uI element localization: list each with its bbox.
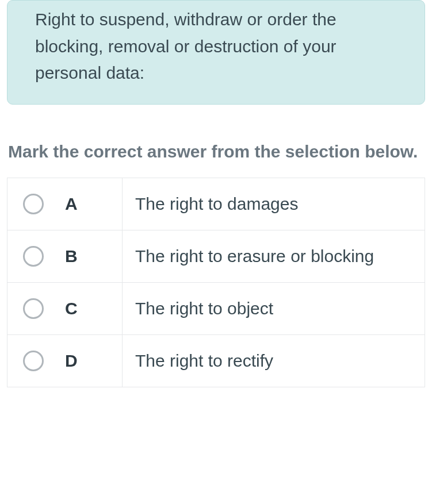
radio-cell [7, 178, 59, 230]
answer-option-d[interactable]: D The right to rectify [7, 335, 425, 387]
radio-button-icon[interactable] [23, 351, 44, 371]
radio-button-icon[interactable] [23, 298, 44, 319]
option-text: The right to damages [123, 178, 425, 230]
radio-cell [7, 335, 59, 387]
option-letter: B [59, 230, 123, 282]
option-letter: A [59, 178, 123, 230]
radio-cell [7, 230, 59, 282]
instruction-text: Mark the correct answer from the selecti… [7, 139, 425, 164]
option-letter: D [59, 335, 123, 387]
radio-cell [7, 283, 59, 334]
option-letter: C [59, 283, 123, 334]
option-text: The right to object [123, 283, 425, 334]
question-text: Right to suspend, withdraw or order the … [35, 6, 397, 87]
question-box: Right to suspend, withdraw or order the … [7, 0, 425, 105]
option-text: The right to erasure or blocking [123, 230, 425, 282]
answers-table: A The right to damages B The right to er… [7, 178, 425, 387]
radio-button-icon[interactable] [23, 194, 44, 214]
option-text: The right to rectify [123, 335, 425, 387]
answer-option-a[interactable]: A The right to damages [7, 178, 425, 230]
radio-button-icon[interactable] [23, 246, 44, 267]
answer-option-b[interactable]: B The right to erasure or blocking [7, 230, 425, 283]
answer-option-c[interactable]: C The right to object [7, 283, 425, 335]
